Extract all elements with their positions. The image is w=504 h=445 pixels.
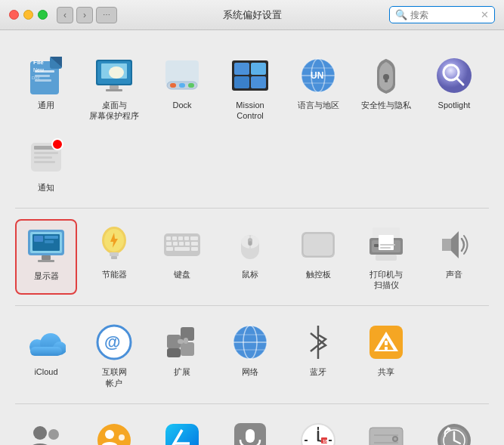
svg-point-13 [109, 66, 124, 79]
grid-button[interactable]: ⋯ [96, 7, 117, 23]
spotlight-icon [434, 56, 474, 95]
traffic-lights [9, 10, 48, 20]
svg-rect-51 [45, 240, 54, 243]
svg-rect-42 [34, 161, 55, 163]
pref-keyboard[interactable]: 键盘 [151, 219, 213, 295]
svg-rect-69 [175, 247, 190, 251]
datetime-icon: 18 [298, 421, 338, 445]
pref-dock[interactable]: Dock [151, 50, 213, 126]
sharing-label: 共享 [378, 366, 394, 377]
sound-label: 声音 [446, 269, 462, 280]
search-input[interactable] [410, 10, 478, 20]
network-label: 网络 [242, 366, 258, 377]
parental-icon [94, 421, 134, 445]
pref-desktop[interactable]: 桌面与 屏幕保护程序 [83, 50, 145, 126]
display-icon [26, 227, 66, 266]
users-icon [26, 421, 66, 445]
svg-rect-70 [191, 247, 198, 251]
svg-rect-75 [249, 241, 252, 246]
svg-rect-23 [251, 63, 266, 75]
svg-rect-68 [166, 247, 173, 251]
pref-timemachine[interactable]: Time Machine [423, 415, 485, 445]
svg-rect-20 [188, 83, 194, 88]
svg-rect-60 [178, 236, 183, 240]
notification-icon [26, 138, 66, 178]
pref-security[interactable]: 安全性与隐私 [355, 50, 417, 126]
pref-network[interactable]: 网络 [219, 317, 281, 393]
printer-icon [366, 225, 406, 264]
svg-rect-65 [179, 242, 184, 246]
svg-rect-120 [246, 429, 255, 443]
svg-rect-63 [166, 242, 172, 246]
pref-datetime[interactable]: 18 日期与时间 [287, 415, 349, 445]
svg-point-114 [97, 424, 131, 445]
pref-language[interactable]: UN 语言与地区 [287, 50, 349, 126]
icloud-label: iCloud [34, 366, 57, 377]
pref-printer[interactable]: 打印机与 扫描仪 [355, 219, 417, 295]
svg-text:File: File [33, 59, 44, 66]
svg-rect-110 [385, 341, 388, 345]
svg-rect-85 [376, 255, 397, 261]
svg-rect-66 [185, 242, 190, 246]
pref-bluetooth[interactable]: 蓝牙 [287, 317, 349, 393]
forward-button[interactable]: › [76, 7, 93, 23]
language-icon: UN [298, 56, 338, 95]
svg-rect-47 [42, 255, 51, 260]
svg-rect-91 [30, 347, 62, 356]
desktop-icon [94, 56, 134, 95]
svg-rect-41 [34, 156, 52, 159]
svg-rect-54 [110, 252, 119, 256]
svg-point-138 [394, 437, 397, 440]
pref-dictation[interactable]: 听写与语音 [219, 415, 281, 445]
trackpad-icon [298, 225, 338, 264]
maximize-button[interactable] [38, 10, 48, 20]
minimize-button[interactable] [23, 10, 33, 20]
pref-internet[interactable]: @ 互联网 帐户 [83, 317, 145, 393]
pref-sound[interactable]: 声音 [423, 219, 485, 295]
divider-1 [15, 208, 489, 209]
pref-sharing[interactable]: 共享 [355, 317, 417, 393]
startup-icon [366, 421, 406, 445]
svg-rect-16 [165, 60, 199, 85]
search-clear-icon[interactable]: ✕ [481, 9, 489, 20]
svg-text:18: 18 [323, 439, 328, 443]
sound-icon [434, 225, 474, 264]
pref-trackpad[interactable]: 触控板 [287, 219, 349, 295]
pref-spotlight[interactable]: Spotlight [423, 50, 485, 126]
mouse-label: 鼠标 [242, 269, 258, 280]
svg-rect-97 [167, 348, 181, 357]
pref-display[interactable]: 显示器 [15, 219, 77, 295]
svg-rect-19 [179, 83, 185, 88]
svg-rect-98 [178, 339, 184, 344]
svg-text:UN: UN [311, 70, 323, 81]
close-button[interactable] [9, 10, 19, 20]
pref-mouse[interactable]: 鼠标 [219, 219, 281, 295]
pref-extensions[interactable]: 扩展 [151, 317, 213, 393]
mission-icon [230, 56, 270, 95]
svg-rect-62 [190, 236, 198, 240]
svg-text:New: New [33, 67, 45, 73]
pref-icloud[interactable]: iCloud [15, 317, 77, 393]
back-button[interactable]: ‹ [57, 7, 73, 23]
pref-users[interactable]: 用户与群组 [15, 415, 77, 445]
section-personal: File New Doc 通用 桌面与 屏幕保护程序 [15, 42, 489, 205]
dock-icon [162, 56, 202, 95]
pref-energy[interactable]: 节能器 [83, 219, 145, 295]
svg-rect-99 [184, 338, 188, 344]
svg-rect-14 [110, 85, 119, 89]
pref-general[interactable]: File New Doc 通用 [15, 50, 77, 126]
svg-rect-117 [165, 424, 199, 445]
svg-rect-50 [45, 236, 58, 239]
general-label: 通用 [38, 100, 54, 110]
svg-text:@: @ [104, 332, 120, 351]
pref-notification[interactable]: 通知 [15, 132, 77, 197]
svg-point-112 [33, 426, 47, 440]
pref-startup[interactable]: 启动磁盘 [355, 415, 417, 445]
trackpad-label: 触控板 [306, 269, 331, 280]
svg-rect-25 [251, 76, 266, 88]
pref-appstore[interactable]: App Store [151, 415, 213, 445]
divider-3 [15, 403, 489, 404]
pref-mission[interactable]: Mission Control [219, 50, 281, 126]
pref-parental[interactable]: 家长控制 [83, 415, 145, 445]
svg-rect-96 [181, 342, 194, 356]
